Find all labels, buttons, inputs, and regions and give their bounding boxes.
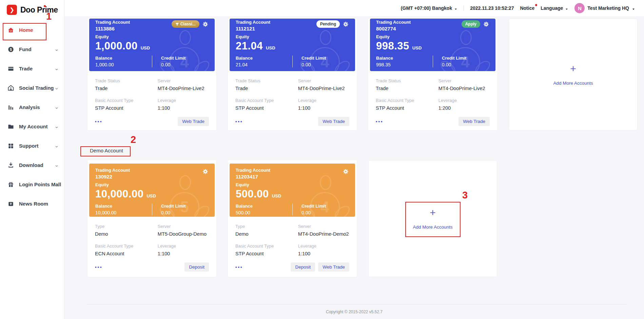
detail-label: Basic Account Type — [376, 98, 438, 103]
account-number: 130922 — [95, 174, 130, 179]
user-menu[interactable]: N Test Marketing HQ — [574, 3, 635, 13]
detail-label: Leverage — [158, 243, 209, 249]
detail-value: STP Account — [235, 251, 298, 256]
detail-label: Basic Account Type — [235, 98, 298, 103]
trading-account-label: Trading Account — [95, 168, 130, 173]
sidebar-item-analysis[interactable]: Analysis — [0, 98, 64, 117]
sidebar-item-label: Analysis — [19, 104, 55, 110]
settings-gear-icon[interactable] — [343, 21, 349, 27]
chevron-down-icon — [454, 6, 457, 10]
demo-section-header: Demo Account — [87, 146, 644, 156]
add-more-accounts-panel[interactable]: + Add More Accounts — [368, 160, 497, 277]
copyright-text: Copyright © 2015-2022 v5.52.7 — [64, 310, 644, 314]
sidebar: ❯ Doo Prime Home $ Fund — [0, 0, 64, 319]
detail-value: MT4-DooPrime-Live2 — [158, 86, 209, 91]
detail-label: Server — [298, 224, 349, 229]
balance-label: Balance — [376, 56, 433, 61]
sidebar-item-social-trading[interactable]: Social Trading — [0, 78, 64, 98]
credit-limit-label: Credit Limit — [161, 56, 209, 61]
trading-account-label: Trading Account — [236, 168, 270, 173]
more-options-icon[interactable]: ••• — [235, 119, 243, 124]
web-trade-button[interactable]: Web Trade — [178, 117, 209, 126]
sidebar-item-my-account[interactable]: My Account — [0, 117, 64, 136]
equity-label: Equity — [376, 34, 489, 39]
currency-label: USD — [141, 45, 150, 50]
detail-value: STP Account — [95, 105, 158, 111]
detail-value: Trade — [95, 86, 158, 91]
logo-red-dot — [44, 5, 46, 7]
trading-account-card: Trading Account 8002774 Apply Equity 998… — [368, 19, 497, 130]
sidebar-item-fund[interactable]: $ Fund — [0, 40, 64, 59]
annotation-digit-2: 2 — [131, 134, 136, 145]
detail-label: Trade Status — [235, 78, 298, 83]
detail-label: Leverage — [158, 98, 209, 103]
detail-label: Server — [298, 78, 349, 83]
sidebar-item-trade[interactable]: Trade — [0, 59, 64, 78]
deposit-button[interactable]: Deposit — [291, 262, 315, 272]
download-icon — [7, 162, 14, 169]
apply-badge[interactable]: Apply — [462, 20, 480, 28]
sidebar-item-label: Trade — [19, 66, 55, 71]
sidebar-item-home[interactable]: Home — [0, 20, 64, 40]
settings-gear-icon[interactable] — [202, 21, 209, 27]
deposit-button[interactable]: Deposit — [184, 262, 209, 272]
web-trade-button[interactable]: Web Trade — [318, 117, 349, 126]
settings-gear-icon[interactable] — [483, 21, 489, 27]
settings-gear-icon[interactable] — [202, 168, 209, 175]
sidebar-item-label: My Account — [19, 124, 55, 129]
equity-label: Equity — [95, 182, 209, 187]
notice-link[interactable]: Notice — [520, 5, 534, 11]
sidebar-item-download[interactable]: Download — [0, 155, 64, 175]
credit-limit-value: 0.00 — [301, 62, 349, 67]
sidebar-item-label: Download — [19, 162, 55, 168]
detail-label: Leverage — [438, 98, 490, 103]
account-number: 1113886 — [95, 26, 130, 31]
timezone-selector[interactable]: (GMT +07:00) Bangkok — [401, 5, 457, 11]
more-options-icon[interactable]: ••• — [376, 119, 384, 124]
doo-prime-logo[interactable]: ❯ Doo Prime — [0, 0, 64, 15]
settings-gear-icon[interactable] — [343, 168, 349, 175]
demo-account-card: Trading Account 11203417 Equity 500.00 U… — [228, 160, 357, 277]
currency-label: USD — [412, 45, 422, 50]
more-options-icon[interactable]: ••• — [95, 119, 103, 124]
gift-icon — [7, 181, 14, 188]
live-accounts-row: Trading Account 1113886 Classi... — [64, 19, 644, 130]
credit-limit-label: Credit Limit — [161, 204, 209, 209]
more-options-icon[interactable]: ••• — [235, 264, 243, 270]
detail-value: Demo — [95, 231, 158, 237]
add-more-accounts-panel[interactable]: + Add More Accounts — [509, 19, 638, 130]
demo-account-card: Trading Account 130922 Equity 10,000.00 … — [87, 160, 216, 277]
trading-account-label: Trading Account — [95, 20, 130, 25]
detail-value: 1:200 — [438, 105, 490, 111]
language-selector[interactable]: Language — [541, 5, 568, 11]
chevron-down-icon — [55, 47, 59, 51]
more-options-icon[interactable]: ••• — [95, 264, 103, 270]
bar-chart-icon — [7, 104, 14, 111]
credit-limit-label: Credit Limit — [301, 204, 349, 209]
news-room-icon — [7, 200, 14, 207]
svg-text:$: $ — [10, 47, 12, 51]
detail-value: MT4-DooPrime-Live2 — [298, 86, 349, 91]
balance-label: Balance — [236, 56, 292, 61]
account-tier-badge[interactable]: Classi... — [172, 20, 199, 28]
detail-label: Server — [438, 78, 490, 83]
credit-limit-label: Credit Limit — [442, 56, 489, 61]
sidebar-item-login-points-mall[interactable]: Login Points Mall — [0, 175, 64, 194]
equity-value: 10,000.00 — [95, 188, 143, 200]
balance-value: 21.04 — [236, 62, 292, 67]
plus-icon: + — [570, 64, 576, 74]
web-trade-button[interactable]: Web Trade — [318, 262, 349, 272]
detail-label: Type — [95, 224, 158, 229]
plus-icon: + — [430, 208, 436, 218]
chevron-down-icon — [55, 105, 59, 109]
detail-value: MT4-DooPrime-Demo2 — [298, 231, 349, 237]
header-divider — [464, 5, 464, 11]
sidebar-item-support[interactable]: Support — [0, 136, 64, 155]
add-more-accounts-label: Add More Accounts — [553, 81, 593, 86]
sidebar-item-news-room[interactable]: News Room — [0, 194, 64, 213]
web-trade-button[interactable]: Web Trade — [458, 117, 490, 126]
detail-label: Basic Account Type — [235, 243, 298, 249]
account-status-badge[interactable]: Pending — [316, 20, 340, 28]
equity-value: 998.35 — [376, 40, 409, 52]
sidebar-item-label: Fund — [19, 46, 55, 52]
